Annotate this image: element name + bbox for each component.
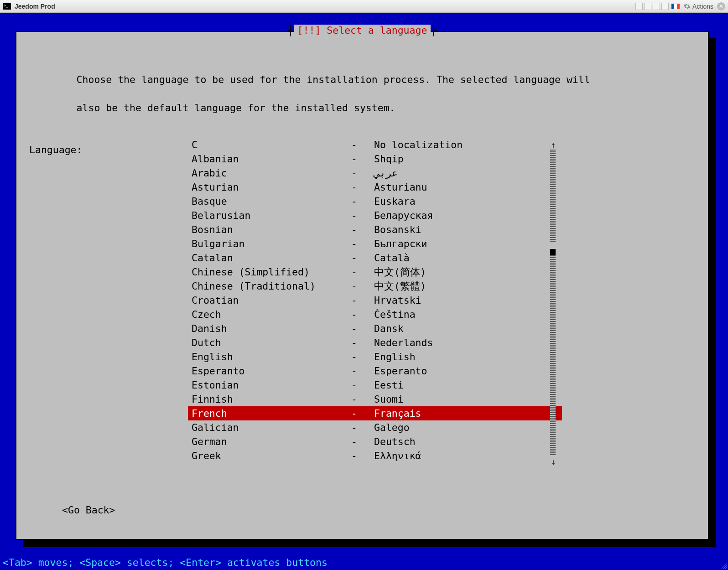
language-english-name: Greek <box>192 449 351 463</box>
language-option[interactable]: C-No localization <box>188 138 562 152</box>
language-separator: - <box>351 166 374 180</box>
window-button-3[interactable] <box>653 3 660 10</box>
language-english-name: Dutch <box>192 336 351 350</box>
language-option[interactable]: Bosnian-Bosanski <box>188 223 562 237</box>
language-native-name: Eesti <box>374 378 562 392</box>
language-option[interactable]: Arabic-عربي <box>188 166 562 180</box>
language-option[interactable]: Galician-Galego <box>188 420 562 435</box>
language-english-name: Croatian <box>192 293 351 307</box>
language-native-name: Galego <box>374 420 562 435</box>
instructions-line-2: also be the default language for the ins… <box>77 102 395 114</box>
language-option[interactable]: English-English <box>188 350 562 364</box>
language-native-name: English <box>374 350 562 364</box>
gear-icon[interactable] <box>683 3 691 10</box>
language-english-name: C <box>192 138 351 152</box>
language-option[interactable]: French-Français <box>188 406 562 420</box>
language-separator: - <box>351 392 374 406</box>
language-native-name: No localization <box>374 138 562 152</box>
language-native-name: Català <box>374 251 562 265</box>
language-native-name: عربي <box>374 166 562 180</box>
language-option[interactable]: German-Deutsch <box>188 435 562 449</box>
language-option[interactable]: Asturian-Asturianu <box>188 180 562 194</box>
language-english-name: Galician <box>192 420 351 435</box>
language-english-name: English <box>192 350 351 364</box>
actions-label[interactable]: Actions <box>692 3 713 10</box>
window-button-2[interactable] <box>644 3 651 10</box>
language-native-name: Dansk <box>374 321 562 336</box>
resize-grip-icon[interactable] <box>721 563 727 569</box>
language-option[interactable]: Belarusian-Беларуская <box>188 208 562 223</box>
language-option[interactable]: Czech-Čeština <box>188 307 562 321</box>
scrollbar-thumb[interactable] <box>550 249 556 255</box>
language-native-name: Български <box>374 237 562 251</box>
language-option[interactable]: Greek-Ελληνικά <box>188 449 562 463</box>
window-button-4[interactable] <box>661 3 669 10</box>
language-option[interactable]: Chinese (Simplified)-中文(简体) <box>188 265 562 279</box>
flag-france-icon[interactable] <box>671 4 680 9</box>
language-separator: - <box>351 378 374 392</box>
language-option[interactable]: Esperanto-Esperanto <box>188 364 562 378</box>
language-option[interactable]: Estonian-Eesti <box>188 378 562 392</box>
language-option[interactable]: Danish-Dansk <box>188 321 562 336</box>
language-option[interactable]: Finnish-Suomi <box>188 392 562 406</box>
language-english-name: Danish <box>192 321 351 336</box>
language-scrollbar[interactable]: ↑ ↓ <box>550 138 556 466</box>
language-native-name: Deutsch <box>374 435 562 449</box>
language-english-name: Bosnian <box>192 223 351 237</box>
scrollbar-track[interactable] <box>550 149 556 455</box>
language-option[interactable]: Basque-Euskara <box>188 194 562 208</box>
language-native-name: 中文(繁體) <box>374 279 562 293</box>
language-separator: - <box>351 321 374 336</box>
language-native-name: Français <box>374 406 562 420</box>
language-native-name: Ελληνικά <box>374 449 562 463</box>
language-separator: - <box>351 194 374 208</box>
language-english-name: Belarusian <box>192 208 351 223</box>
language-native-name: 中文(简体) <box>374 265 562 279</box>
language-dialog: ┤[!!] Select a language├ Choose the lang… <box>16 31 709 540</box>
language-english-name: Finnish <box>192 392 351 406</box>
language-separator: - <box>351 336 374 350</box>
language-separator: - <box>351 208 374 223</box>
dialog-instructions: Choose the language to be used for the i… <box>29 58 695 129</box>
go-back-button[interactable]: <Go Back> <box>62 503 115 517</box>
instructions-line-1: Choose the language to be used for the i… <box>77 74 590 85</box>
language-english-name: Estonian <box>192 378 351 392</box>
language-english-name: Bulgarian <box>192 237 351 251</box>
language-separator: - <box>351 265 374 279</box>
language-option[interactable]: Albanian-Shqip <box>188 152 562 166</box>
language-separator: - <box>351 364 374 378</box>
language-english-name: Catalan <box>192 251 351 265</box>
language-native-name: Nederlands <box>374 336 562 350</box>
language-english-name: Arabic <box>192 166 351 180</box>
language-native-name: Suomi <box>374 392 562 406</box>
window-button-1[interactable] <box>635 3 643 10</box>
language-separator: - <box>351 420 374 435</box>
scroll-down-icon[interactable]: ↓ <box>550 455 556 469</box>
language-list[interactable]: C-No localizationAlbanian-ShqipArabic-عر… <box>188 138 562 463</box>
language-native-name: Euskara <box>374 194 562 208</box>
language-option[interactable]: Chinese (Traditional)-中文(繁體) <box>188 279 562 293</box>
language-separator: - <box>351 223 374 237</box>
close-icon[interactable]: ✕ <box>717 2 725 10</box>
language-english-name: Chinese (Simplified) <box>192 265 351 279</box>
language-english-name: Asturian <box>192 180 351 194</box>
language-separator: - <box>351 293 374 307</box>
language-option[interactable]: Catalan-Català <box>188 251 562 265</box>
footer-help: <Tab> moves; <Space> selects; <Enter> ac… <box>0 554 728 570</box>
language-option[interactable]: Croatian-Hrvatski <box>188 293 562 307</box>
language-separator: - <box>351 406 374 420</box>
language-native-name: Shqip <box>374 152 562 166</box>
language-option[interactable]: Dutch-Nederlands <box>188 336 562 350</box>
language-english-name: French <box>192 406 351 420</box>
installer-background: ┤[!!] Select a language├ Choose the lang… <box>0 13 728 570</box>
language-native-name: Esperanto <box>374 364 562 378</box>
terminal-icon <box>3 3 11 10</box>
language-option[interactable]: Bulgarian-Български <box>188 237 562 251</box>
language-separator: - <box>351 350 374 364</box>
language-separator: - <box>351 237 374 251</box>
language-native-name: Hrvatski <box>374 293 562 307</box>
language-native-name: Asturianu <box>374 180 562 194</box>
language-separator: - <box>351 138 374 152</box>
language-native-name: Čeština <box>374 307 562 321</box>
window-title: Jeedom Prod <box>15 3 55 10</box>
